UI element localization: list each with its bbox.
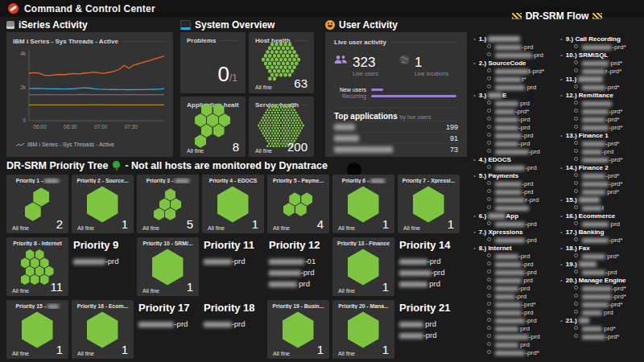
hexagon [289, 132, 291, 134]
hexagon [275, 65, 279, 69]
hexagon [283, 127, 285, 130]
hexagon [286, 132, 288, 134]
service-status: All fine [255, 148, 272, 154]
priority-hex-tile[interactable]: Priority 10 - SRM/...All fine1 [137, 237, 199, 296]
hexagon [291, 127, 294, 130]
flow-host-item: prd* [560, 60, 644, 68]
top-application-row[interactable]: 73 [334, 143, 458, 154]
hexagon [272, 130, 275, 132]
top-application-row[interactable]: 199 [334, 121, 458, 132]
hexagon [279, 42, 283, 46]
hexagon [289, 127, 291, 130]
hexagon [283, 50, 287, 54]
flow-host-item: -prd [473, 333, 557, 341]
hexagon [283, 42, 287, 46]
iseries-chart-tile[interactable]: IBM i Series - Sys Threads - Active 02k4… [6, 32, 173, 157]
hexagon [277, 61, 281, 65]
service-health-tile[interactable]: Service health All fine200 [249, 97, 314, 157]
chart-legend[interactable]: IBM i Series - Sys Threads - Active [13, 142, 167, 147]
hexagon [286, 54, 290, 58]
flow-host-item: prd [473, 84, 557, 92]
hexagon [282, 124, 284, 126]
priority-host-item: prd [399, 278, 458, 290]
hexagon [279, 109, 281, 111]
redacted-text [495, 286, 518, 291]
hexagon [293, 114, 295, 117]
flow-section-label: 12.) Remittance [560, 92, 644, 100]
redacted-text [47, 304, 60, 309]
redacted-text [582, 158, 609, 162]
priority-status: All fine [12, 351, 29, 356]
application-health-tile[interactable]: Application health All fine8 [180, 97, 246, 157]
hexagon [297, 57, 301, 61]
hexagon [292, 50, 296, 54]
hexagon [289, 121, 291, 124]
hexagon [287, 109, 290, 111]
flow-host-item: -prd* [560, 333, 644, 341]
hexagon [263, 124, 266, 126]
user-activity-tile[interactable]: Live user activity 323 Live users 1 Live… [325, 32, 467, 157]
flow-column-right: 9.) Call Recording-prd*10.) SRM\SQL prd*… [560, 35, 644, 341]
host-health-tile[interactable]: Host health All fine63 [249, 32, 314, 93]
hexagon [262, 57, 266, 61]
hexagon [266, 124, 269, 126]
priority-host-item: -prd [399, 256, 458, 267]
hexagon [268, 69, 272, 73]
priority-count: 1 [122, 217, 128, 231]
priority-hex-tile[interactable]: Priority 7 - Xpressi...All fine1 [398, 175, 460, 233]
priority-hex-tile[interactable]: Priority 5 - Payme...All fine4 [267, 175, 329, 233]
top-applications-subtitle: by live users [400, 114, 431, 120]
priority-status: All fine [208, 225, 225, 231]
hexagon [213, 103, 225, 116]
user-type-bars: New users Recurring [334, 86, 458, 99]
hexagon [293, 134, 295, 137]
priority-count: 1 [122, 343, 128, 356]
hexagon [263, 114, 266, 117]
redacted-text [582, 238, 609, 243]
priority-tile-title: Priority 6 - [336, 178, 391, 183]
priority-host-item: prd [269, 278, 328, 290]
priority-hex-tile[interactable]: Priority 16 - Ecom...All fine1 [72, 300, 134, 359]
hexagon [271, 106, 274, 109]
hexagon [279, 134, 281, 137]
hexagon [275, 50, 279, 54]
redacted-text [269, 259, 304, 265]
flow-section-label: 19.) [560, 261, 644, 269]
hexagon [280, 106, 283, 109]
hexagon [265, 121, 267, 124]
hexagon [21, 257, 30, 268]
flow-host-item: prd* [560, 188, 644, 196]
redacted-text [204, 259, 232, 265]
priority-hex-tile[interactable]: Priority 13 - FinanceAll fine1 [332, 237, 394, 296]
priority-hex-tile[interactable]: Priority 8 - InternetAll fine11 [6, 237, 68, 296]
priority-hex-tile[interactable]: Priority 4 - EDOCSAll fine1 [202, 175, 264, 233]
hexagon [295, 111, 297, 113]
redacted-text [495, 150, 529, 154]
hexagon [265, 117, 267, 119]
hexagon [277, 127, 279, 130]
threads-line-chart[interactable]: 02k4k06:0006:3007:0007:30 [13, 45, 167, 132]
hexagon [284, 134, 287, 137]
redacted-text [579, 318, 589, 323]
priority-hex-tile[interactable]: Priority 19 - Busin...All fine1 [267, 300, 329, 359]
hexagon [296, 134, 299, 137]
priority-count: 5 [187, 217, 193, 231]
priority-hex-tile[interactable]: Priority 3 - All fine5 [137, 175, 199, 233]
priority-host-item: -prd [269, 267, 328, 278]
hexagon [291, 134, 293, 137]
priority-hex-tile[interactable]: Priority 20 - Mana...All fine1 [332, 300, 394, 359]
top-application-row[interactable]: 91 [334, 132, 458, 143]
hexagon [296, 130, 299, 132]
priority-hex-tile[interactable]: Priority 6 - All fine1 [332, 175, 394, 233]
priority-hex-tile[interactable]: Priority 2 - Source...All fine1 [72, 175, 134, 233]
priority-text-title: Priority 21 [399, 302, 458, 314]
hexagon [272, 119, 275, 121]
hexagon [264, 61, 268, 65]
flow-host-item: r-prd* [560, 68, 644, 76]
priority-markdown-tile: Priority 11-prd [202, 237, 264, 296]
priority-hex-tile[interactable]: Priority 1 - All fine2 [6, 175, 68, 233]
iseries-label: iSeries Activity [19, 19, 88, 31]
priority-hex-tile[interactable]: Priority 15 - All fine1 [6, 300, 68, 359]
hexagon [266, 114, 269, 117]
problems-tile[interactable]: Problems 0/1 [180, 32, 246, 93]
